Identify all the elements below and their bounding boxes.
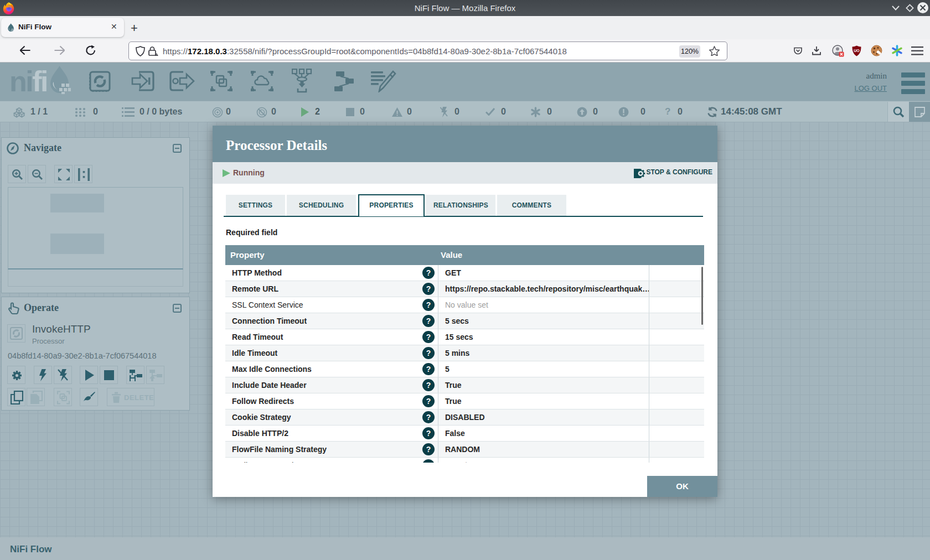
svg-text:UO: UO bbox=[854, 49, 860, 53]
